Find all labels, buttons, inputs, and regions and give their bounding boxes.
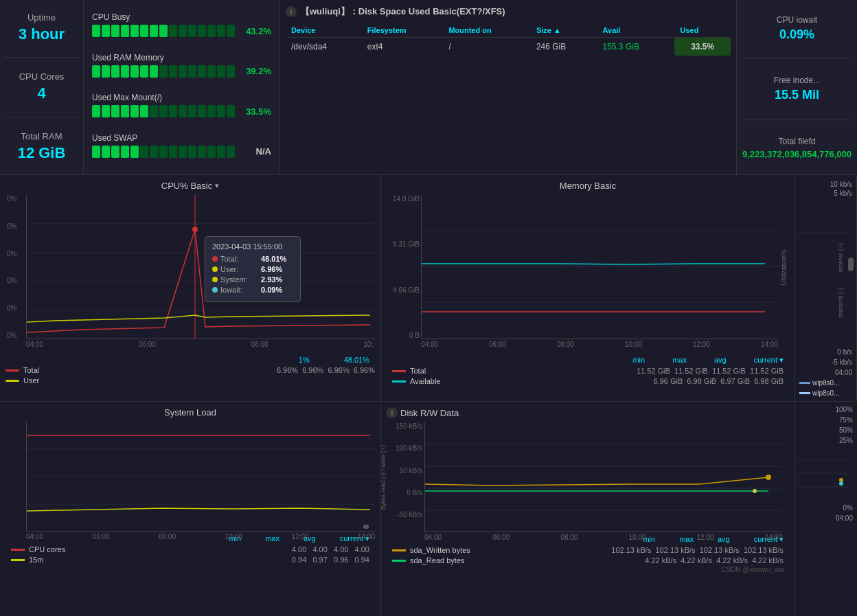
- legend-total-name: Total: [23, 366, 39, 374]
- total-filefd-value: 9,223,372,036,854,776,000: [742, 149, 852, 159]
- mem-legend-total-name: Total: [410, 367, 451, 375]
- disk-col-device[interactable]: Device: [286, 23, 362, 38]
- disk-avail: 155.3 GiB: [597, 38, 675, 56]
- cpu-busy-pct: 43.2%: [240, 26, 271, 36]
- sysload-legend-cores-line: [11, 549, 25, 551]
- bar-seg: [102, 146, 110, 158]
- bar-seg: [207, 105, 216, 117]
- disk-col-filesystem[interactable]: Filesystem: [362, 23, 444, 38]
- used-ram-bar-row: 39.2%: [92, 65, 271, 78]
- used-max-mount-label: Used Max Mount(/): [92, 93, 271, 102]
- disk-col-size[interactable]: Size ▲: [531, 23, 597, 38]
- mem-col-headers: min max avg current ▾: [392, 356, 784, 365]
- disk-used: 33.5%: [674, 38, 731, 56]
- bar-seg: [130, 25, 139, 37]
- disk-col-used[interactable]: Used: [674, 23, 731, 38]
- disk-rw-header: i Disk R/W Data: [387, 407, 789, 418]
- used-ram-pct: 39.2%: [240, 66, 271, 76]
- bar-seg: [169, 146, 177, 158]
- disk-rw-read-name: sda_Read bytes: [410, 556, 479, 564]
- disk-col-mounted[interactable]: Mounted on: [443, 23, 531, 38]
- used-max-mount-pct: 33.5%: [240, 106, 271, 117]
- disk-size: 246 GiB: [531, 38, 597, 56]
- used-swap-label: Used SWAP: [92, 133, 271, 143]
- bar-seg: [121, 105, 129, 117]
- total-ram-label: Total RAM: [4, 131, 79, 141]
- disk-rw-legend-read: sda_Read bytes 4.22 kB/s 4.22 kB/s 4.22 …: [392, 556, 784, 564]
- used-swap-bar: [92, 146, 235, 158]
- tooltip-iowait-row: Iowait: 0.09%: [212, 286, 293, 294]
- bar-seg: [188, 65, 196, 78]
- legend-user-name: User: [23, 376, 39, 385]
- disk-usage-0: 0%: [797, 503, 856, 513]
- sysload-cores-stats: 4.00 4.00 4.00 4.00: [292, 545, 369, 554]
- uptime-value: 3 hour: [4, 25, 79, 43]
- bar-seg: [207, 25, 216, 37]
- watermark: CSDN @xiaowu_wu: [392, 566, 784, 573]
- y-axis-labels: 0% 0% 0% 0% 0% 0%: [7, 195, 16, 339]
- chevron-down-icon[interactable]: ▾: [215, 181, 219, 190]
- mem-legend-avail: Available 6.96 GiB 6.98 GiB 6.97 GiB 6.9…: [392, 377, 784, 385]
- sysload-15m-stats: 0.94 0.97 0.96 0.94: [292, 556, 369, 564]
- tooltip-user-val: 6.96%: [261, 265, 282, 273]
- disk-header: i 【wuliuqi】：Disk Space Used Basic(EXT?/X…: [286, 5, 731, 18]
- right-stat-panel: CPU iowait 0.09% Free inode... 15.5 Mil …: [737, 0, 857, 174]
- tooltip-system-row: System: 2.93%: [212, 275, 293, 284]
- bar-seg: [130, 105, 139, 117]
- net-x-label: 04:00: [797, 367, 855, 378]
- cpu-iowait-block: CPU iowait 0.09%: [742, 15, 852, 42]
- cpu-cores-block: CPU Cores 4: [4, 71, 79, 102]
- tooltip-total-row: Total: 48.01%: [212, 255, 293, 263]
- tooltip-iowait-val: 0.09%: [261, 286, 282, 294]
- bar-seg: [111, 105, 119, 117]
- bar-seg: [102, 25, 110, 37]
- used-max-mount-bar: [92, 105, 235, 117]
- mem-legend-avail-name: Available: [410, 377, 451, 385]
- mem-total-stats: 11.52 GiB 11.52 GiB 11.52 GiB 11.52 GiB: [637, 367, 784, 375]
- disk-usage-x: 04:00: [797, 513, 856, 523]
- cpu-busy-bar-row: 43.2%: [92, 25, 271, 37]
- disk-rw-panel: i Disk R/W Data 150 kB/s 100 kB/s 50 kB/…: [381, 402, 795, 616]
- bar-seg: [140, 146, 148, 158]
- memory-chart-svg: [421, 195, 778, 339]
- bar-seg: [227, 146, 235, 158]
- bar-seg: [102, 105, 110, 117]
- cpu-cores-label: CPU Cores: [4, 71, 79, 82]
- bar-seg: [111, 25, 119, 37]
- svg-point-5: [192, 227, 198, 232]
- disk-col-avail[interactable]: Avail: [597, 23, 675, 38]
- sysload-legend-15m: 15m 0.94 0.97 0.96 0.94: [11, 556, 369, 564]
- bar-seg: [217, 25, 225, 37]
- free-inode-block: Free inode... 15.5 Mil: [742, 76, 852, 102]
- bar-seg: [188, 146, 196, 158]
- cpu-iowait-value: 0.09%: [742, 27, 852, 42]
- memory-chart-title: Memory Basic: [387, 181, 789, 191]
- used-max-mount-row: Used Max Mount(/): [92, 93, 271, 117]
- uptime-block: Uptime 3 hour: [4, 12, 79, 43]
- net-chart-area: receive (+) transmit (-): [797, 198, 855, 347]
- col-header-1pct: 1%: [299, 356, 310, 364]
- disk-rw-svg: [424, 422, 782, 532]
- bar-seg: [179, 105, 187, 117]
- net-legend-1-line: [799, 382, 810, 384]
- disk-mounted: /: [443, 38, 531, 56]
- cpu-tooltip: 2023-04-03 15:55:00 Total: 48.01% User: …: [205, 236, 301, 302]
- bar-seg: [130, 65, 139, 78]
- total-ram-block: Total RAM 12 GiB: [4, 131, 79, 162]
- svg-point-26: [839, 481, 843, 486]
- cpu-chart-title: CPU% Basic ▾: [5, 181, 375, 191]
- tooltip-iowait-label: Iowait:: [220, 286, 258, 294]
- table-row: /dev/sda4 ext4 / 246 GiB 155.3 GiB 33.5%: [286, 38, 731, 56]
- tooltip-user-dot: [212, 266, 218, 272]
- bar-seg: [188, 105, 196, 117]
- sysload-legend-cores: CPU cores 4.00 4.00 4.00 4.00: [11, 545, 369, 554]
- tooltip-system-label: System:: [220, 275, 258, 284]
- bar-seg: [198, 25, 206, 37]
- bar-seg: [169, 105, 177, 117]
- scroll-handle[interactable]: [848, 258, 854, 271]
- bar-seg: [121, 65, 129, 78]
- mem-legend-total-line: [392, 370, 406, 372]
- used-ram-label: Used RAM Memory: [92, 53, 271, 62]
- used-swap-bar-row: N/A: [92, 146, 271, 158]
- tooltip-total-val: 48.01%: [261, 255, 286, 263]
